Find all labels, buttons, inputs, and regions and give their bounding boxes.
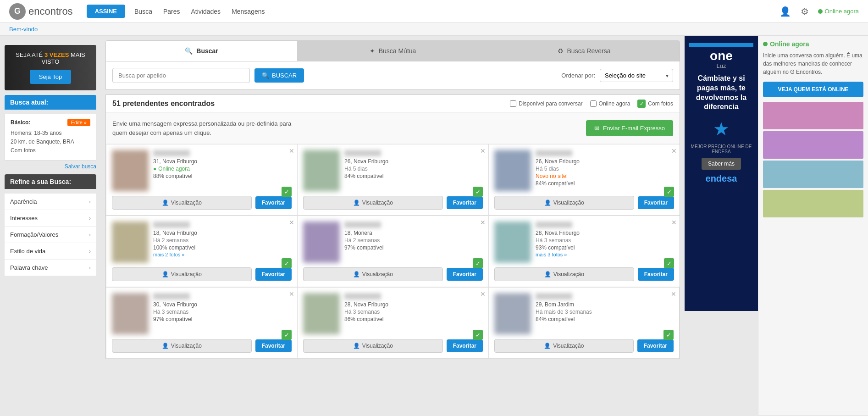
nav-mensagens[interactable]: Mensagens	[232, 8, 265, 15]
ad-luz-label: Luz	[717, 62, 726, 69]
favoritar-button[interactable]: Favoritar	[638, 268, 674, 281]
card-close-icon[interactable]: ✕	[289, 219, 294, 226]
card-info: 29, Bom Jardim Há mais de 3 semanas 84% …	[536, 293, 674, 334]
top-banner: SEJA ATÉ 3 VEZES MAIS VISTO Seja Top	[5, 45, 96, 90]
card-close-icon[interactable]: ✕	[671, 290, 676, 298]
card-inner: ✕ 31, Nova Friburgo Online agora 88% com…	[106, 144, 297, 215]
filter-fotos-check: ✓	[637, 100, 646, 108]
profile-view-icon: 👤	[162, 200, 169, 206]
card-top: 18, Nova Friburgo Há 2 semanas 100% comp…	[112, 222, 292, 263]
card-location: 26, Nova Friburgo	[536, 158, 674, 165]
search-input[interactable]	[112, 68, 250, 83]
card-photo	[494, 150, 531, 191]
visualizar-button[interactable]: 👤 Visualização	[303, 339, 443, 353]
card-7: ✕ 28, Nova Friburgo Há 3 semanas 86% com…	[297, 287, 488, 359]
nav-atividades[interactable]: Atividades	[191, 8, 221, 15]
favoritar-button[interactable]: Favoritar	[447, 339, 483, 352]
card-close-icon[interactable]: ✕	[289, 290, 294, 298]
card-name	[344, 293, 381, 300]
refine-aparencia-label: Aparência	[10, 198, 37, 205]
express-button[interactable]: ✉ Enviar E-mail Expresso	[586, 120, 673, 136]
refine-estilo[interactable]: Estilo de vida ›	[5, 243, 96, 260]
tab-reversa[interactable]: ♻ Busca Reversa	[488, 41, 680, 61]
settings-icon[interactable]: ⚙	[799, 6, 811, 17]
ad-box: one Luz Cámbiate y si pagas más, te devo…	[685, 36, 758, 311]
cards-grid: ✕ 31, Nova Friburgo Online agora 88% com…	[106, 144, 680, 359]
card-close-icon[interactable]: ✕	[671, 219, 677, 226]
sort-select[interactable]: Seleção do siteMais recentesMais compatí…	[600, 69, 673, 82]
online-panel-header: Online agora	[763, 40, 863, 48]
visualizar-button[interactable]: 👤 Visualização	[494, 196, 634, 210]
visualizar-button[interactable]: 👤 Visualização	[494, 267, 634, 281]
veja-button[interactable]: VEJA QUEM ESTÁ ONLINE	[763, 82, 863, 97]
main-layout: SEJA ATÉ 3 VEZES MAIS VISTO Seja Top Bus…	[0, 36, 868, 415]
card-photo	[112, 150, 149, 191]
card-close-icon[interactable]: ✕	[289, 147, 294, 155]
refine-palavra[interactable]: Palavra chave ›	[5, 260, 96, 276]
card-photo	[494, 222, 531, 263]
assine-button[interactable]: ASSINE	[87, 5, 125, 18]
chevron-right-icon: ›	[89, 198, 91, 205]
filter-disponivel-checkbox[interactable]	[510, 100, 516, 107]
ad-saber-button[interactable]: Saber más	[702, 158, 741, 170]
profile-icon[interactable]: 👤	[780, 6, 791, 17]
card-status: Há 3 semanas	[153, 309, 292, 315]
search-button[interactable]: 🔍 BUSCAR	[254, 68, 304, 83]
card-close-icon[interactable]: ✕	[480, 219, 486, 226]
profile-view-icon: 👤	[162, 271, 169, 277]
refine-formacao[interactable]: Formação/Valores ›	[5, 227, 96, 243]
refine-aparencia[interactable]: Aparência ›	[5, 194, 96, 210]
visualizar-button[interactable]: 👤 Visualização	[112, 267, 252, 281]
visualizar-button[interactable]: 👤 Visualização	[112, 196, 252, 210]
card-6: ✕ 30, Nova Friburgo Há 3 semanas 97% com…	[106, 287, 297, 359]
filter-disponivel-label: Disponível para conversar	[519, 100, 582, 107]
favoritar-button[interactable]: Favoritar	[637, 339, 674, 352]
card-inner: ✕ 26, Nova Friburgo Há 5 dias 84% compat…	[298, 144, 488, 215]
nav-busca[interactable]: Busca	[134, 8, 152, 15]
refine-interesses[interactable]: Interesses ›	[5, 210, 96, 227]
nav-pares[interactable]: Pares	[163, 8, 180, 15]
tab-buscar[interactable]: 🔍 Buscar	[106, 41, 297, 61]
card-4: ✕ 18, Monera Há 2 semanas 97% compatível…	[297, 216, 488, 287]
salvar-busca-link[interactable]: Salvar busca	[5, 163, 96, 170]
card-actions: 👤 Visualização Favoritar	[303, 196, 483, 210]
search-tabs: 🔍 Buscar ✦ Busca Mútua ♻ Busca Reversa	[105, 40, 680, 61]
visualizar-button[interactable]: 👤 Visualização	[494, 339, 634, 353]
visualizar-button[interactable]: 👤 Visualização	[112, 339, 252, 353]
card-close-icon[interactable]: ✕	[480, 290, 486, 298]
seja-top-button[interactable]: Seja Top	[30, 70, 71, 84]
edite-button[interactable]: Edite	[67, 119, 90, 126]
visualizar-button[interactable]: 👤 Visualização	[303, 267, 443, 281]
visualizar-button[interactable]: 👤 Visualização	[303, 196, 443, 210]
card-actions: 👤 Visualização Favoritar	[303, 267, 483, 281]
card-close-icon[interactable]: ✕	[671, 147, 677, 155]
welcome-link[interactable]: Bem-vindo	[9, 26, 38, 33]
card-3: ✕ 18, Nova Friburgo Há 2 semanas 100% co…	[106, 216, 297, 287]
online-now-label: Online agora	[825, 8, 859, 15]
card-location: 31, Nova Friburgo	[153, 158, 292, 165]
tab-mutua[interactable]: ✦ Busca Mútua	[297, 41, 488, 61]
card-top: 26, Nova Friburgo Há 5 dias Novo no site…	[494, 150, 674, 191]
online-now-button[interactable]: Online agora	[818, 8, 859, 15]
card-close-icon[interactable]: ✕	[480, 147, 486, 155]
card-photos-link[interactable]: mais 2 fotos »	[153, 252, 184, 257]
favoritar-button[interactable]: Favoritar	[638, 196, 674, 209]
visualizar-label: Visualização	[553, 200, 584, 206]
card-actions: 👤 Visualização Favoritar	[494, 196, 674, 210]
favoritar-button[interactable]: Favoritar	[255, 339, 292, 352]
favoritar-button[interactable]: Favoritar	[255, 196, 292, 209]
filter-online-checkbox[interactable]	[590, 100, 597, 107]
favoritar-button[interactable]: Favoritar	[447, 196, 483, 209]
ad-sidebar: one Luz Cámbiate y si pagas más, te devo…	[685, 36, 758, 415]
filter-fotos[interactable]: ✓ Com fotos	[637, 100, 673, 108]
card-name	[153, 150, 190, 156]
favoritar-button[interactable]: Favoritar	[447, 268, 483, 281]
favoritar-button[interactable]: Favoritar	[255, 268, 292, 281]
card-status: Há 5 dias	[536, 166, 674, 172]
logo[interactable]: G encontros	[9, 3, 73, 20]
welcome-bar: Bem-vindo	[0, 23, 868, 36]
filter-disponivel[interactable]: Disponível para conversar	[510, 100, 582, 107]
card-name	[344, 150, 381, 156]
card-photos-link[interactable]: mais 3 fotos »	[536, 252, 567, 257]
filter-online[interactable]: Online agora	[590, 100, 630, 107]
